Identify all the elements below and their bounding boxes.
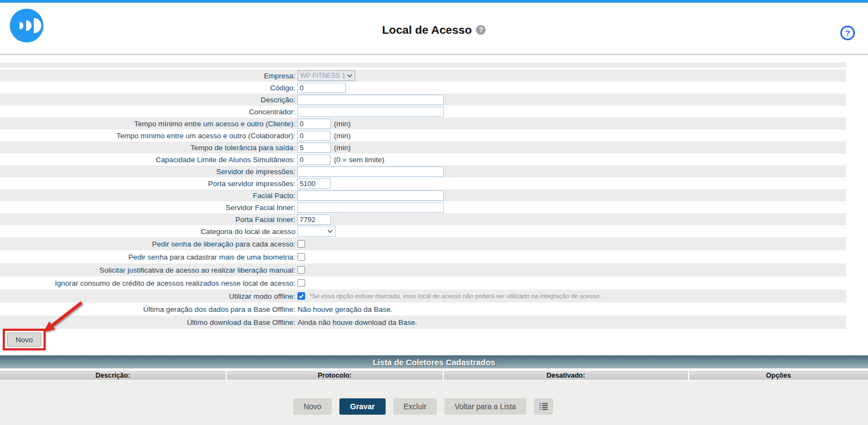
form-row-ultimo-download-base-offline: Último download da Base Offline:Ainda nã…: [0, 316, 846, 329]
solicitar-justificativa-control: [297, 266, 305, 274]
porta-servidor-impressoes-input[interactable]: [297, 178, 331, 189]
capacidade-limite-alunos-control: (0 = sem limite): [297, 155, 385, 165]
descricao-input[interactable]: [297, 95, 444, 105]
concentrador-control: [297, 107, 444, 117]
capacidade-limite-alunos-input[interactable]: [297, 155, 331, 165]
empresa-control: WP FITNESS 1: [297, 70, 355, 81]
form-row-utilizar-modo-offline: Utilizar modo offline:*Se essa opção est…: [0, 290, 846, 303]
tempo-minimo-cliente-control: (min): [297, 119, 351, 129]
pedir-senha-liberacao-control: [297, 240, 305, 248]
empresa-selected-value: WP FITNESS 1: [300, 72, 345, 79]
novo-button[interactable]: Novo: [7, 332, 41, 347]
form-row-porta-servidor-impressoes: Porta servidor impressões:: [0, 177, 846, 189]
facial-pacto-control: [297, 190, 444, 201]
column-header-4: Opções: [689, 371, 868, 380]
pedir-senha-biometria-control: [297, 253, 305, 261]
empresa-label: Empresa:: [0, 72, 297, 80]
concentrador-input[interactable]: [297, 107, 444, 117]
form-row-pedir-senha-biometria: Pedir senha para cadastrar mais de uma b…: [0, 250, 846, 263]
help-icon[interactable]: ?: [840, 26, 855, 40]
chevron-down-icon: [347, 74, 352, 77]
solicitar-justificativa-checkbox[interactable]: [297, 266, 305, 274]
form-row-concentrador: Concentrador:: [0, 106, 846, 118]
pedir-senha-liberacao-checkbox[interactable]: [297, 240, 305, 248]
tempo-minimo-colaborador-label: Tempo mínimo entre um acesso e outro (Co…: [0, 132, 297, 140]
ignorar-consumo-credito-control: [297, 279, 305, 287]
porta-facial-inner-control: [297, 214, 331, 225]
facial-pacto-input[interactable]: [297, 190, 444, 201]
servidor-facial-inner-input[interactable]: [297, 202, 444, 213]
tempo-minimo-cliente-input[interactable]: [297, 119, 331, 129]
categoria-local-acesso-select[interactable]: [297, 226, 336, 237]
tempo-tolerancia-saida-label: Tempo de tolerância para saída:: [0, 144, 297, 152]
servidor-impressoes-input[interactable]: [297, 167, 444, 177]
footer-button-gravar[interactable]: Gravar: [339, 398, 386, 415]
servidor-facial-inner-control: [297, 202, 444, 213]
tempo-minimo-cliente-suffix: (min): [334, 120, 351, 128]
form-row-capacidade-limite-alunos: Capacidade Limite de Alunos Simultâneos:…: [0, 153, 846, 165]
page-title-wrap: Local de Acesso ?: [0, 23, 868, 36]
ignorar-consumo-credito-checkbox[interactable]: [297, 279, 305, 287]
title-help-icon[interactable]: ?: [476, 25, 486, 35]
footer-button-novo[interactable]: Novo: [293, 398, 332, 415]
check-icon: [298, 293, 305, 299]
form-row-empresa: Empresa:WP FITNESS 1: [0, 70, 846, 82]
list-icon: [539, 403, 548, 410]
tempo-minimo-colaborador-suffix: (min): [334, 132, 351, 140]
capacidade-limite-alunos-suffix: (0 = sem limite): [334, 156, 385, 164]
form-spacer-row: [0, 63, 846, 67]
collectors-table-header: Descrição:Protocolo:Desativado:Opções: [0, 371, 868, 380]
footer-button-voltar-para-a-lista[interactable]: Voltar para a Lista: [444, 398, 526, 415]
form-row-ignorar-consumo-credito: Ignorar consumo de crédito de acessos re…: [0, 276, 846, 290]
footer-buttons: NovoGravarExcluirVoltar para a Lista: [0, 398, 846, 415]
porta-facial-inner-input[interactable]: [297, 214, 331, 225]
servidor-facial-inner-label: Servidor Facial Inner:: [0, 204, 297, 212]
tempo-tolerancia-saida-input[interactable]: [297, 143, 331, 153]
page-title: Local de Acesso: [382, 23, 472, 36]
ultima-geracao-base-offline-value: Não houve geração da Base.: [297, 305, 393, 313]
form-row-servidor-impressoes: Servidor de impressões:: [0, 165, 846, 177]
column-header-1: Descrição:: [0, 371, 226, 380]
ultima-geracao-base-offline-label: Última geração dos dados para a Base Off…: [0, 305, 297, 313]
form-row-descricao: Descrição:: [0, 94, 846, 106]
utilizar-modo-offline-checkbox[interactable]: [297, 292, 305, 300]
tempo-minimo-colaborador-control: (min): [297, 131, 351, 141]
utilizar-modo-offline-label: Utilizar modo offline:: [0, 292, 297, 300]
capacidade-limite-alunos-label: Capacidade Limite de Alunos Simultâneos:: [0, 156, 297, 164]
form-row-solicitar-justificativa: Solicitar justificativa de acesso ao rea…: [0, 263, 846, 276]
utilizar-modo-offline-control: *Se essa opção estiver marcada, esse loc…: [297, 292, 601, 300]
page-header: Local de Acesso ? ?: [0, 3, 868, 55]
form-row-facial-pacto: Facial Pacto:: [0, 189, 846, 201]
categoria-local-acesso-control: [297, 226, 336, 237]
form-row-tempo-minimo-colaborador: Tempo mínimo entre um acesso e outro (Co…: [0, 130, 846, 141]
empresa-select: WP FITNESS 1: [297, 70, 355, 81]
bottom-panel: NovoGravarExcluirVoltar para a Lista: [0, 380, 868, 425]
form-row-categoria-local-acesso: Categoria do local de acesso: [0, 225, 846, 237]
porta-servidor-impressoes-label: Porta servidor impressões:: [0, 180, 297, 188]
column-header-3: Desativado:: [444, 371, 688, 380]
porta-servidor-impressoes-control: [297, 178, 331, 189]
ignorar-consumo-credito-label: Ignorar consumo de crédito de acessos re…: [0, 279, 297, 287]
tempo-minimo-cliente-label: Tempo mínimo entre um acesso e outro (Cl…: [0, 120, 297, 128]
codigo-input[interactable]: [297, 83, 346, 93]
descricao-control: [297, 95, 444, 105]
descricao-label: Descrição:: [0, 96, 297, 104]
ultimo-download-base-offline-value: Ainda não houve download da Base.: [297, 318, 417, 327]
form-row-servidor-facial-inner: Servidor Facial Inner:: [0, 201, 846, 213]
codigo-control: [297, 83, 346, 93]
footer-button-excluir[interactable]: Excluir: [393, 398, 437, 415]
porta-facial-inner-label: Porta Facial Inner:: [0, 215, 297, 224]
form-row-pedir-senha-liberacao: Pedir senha de liberação para cada acess…: [0, 237, 846, 250]
column-header-2: Protocolo:: [227, 371, 443, 380]
codigo-label: Código:: [0, 84, 297, 92]
form-row-tempo-tolerancia-saida: Tempo de tolerância para saída:(min): [0, 141, 846, 153]
tempo-tolerancia-saida-suffix: (min): [334, 144, 351, 152]
tempo-minimo-colaborador-input[interactable]: [297, 131, 331, 141]
footer-list-button[interactable]: [534, 398, 553, 415]
ultimo-download-base-offline-control: Ainda não houve download da Base.: [297, 318, 417, 327]
concentrador-label: Concentrador:: [0, 108, 297, 116]
servidor-impressoes-label: Servidor de impressões:: [0, 168, 297, 176]
pedir-senha-biometria-checkbox[interactable]: [297, 253, 305, 261]
annotation-highlight-box: Novo: [3, 329, 46, 350]
chevron-down-icon: [327, 230, 333, 233]
